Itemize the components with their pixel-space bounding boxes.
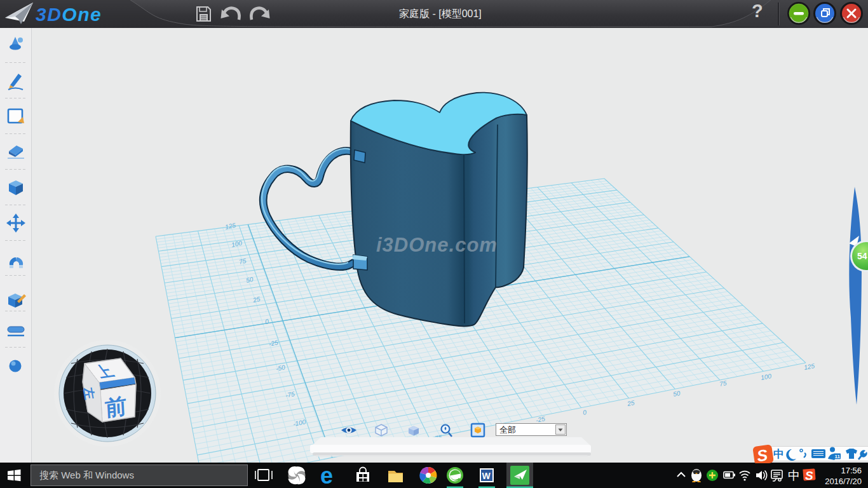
svg-text:-25: -25 [535, 415, 546, 424]
svg-text:左: 左 [81, 386, 97, 400]
svg-text:100: 100 [760, 372, 772, 381]
svg-text:125: 125 [803, 362, 815, 371]
svg-text:11: 11 [835, 454, 841, 459]
svg-text:中: 中 [773, 448, 784, 460]
svg-text:全部: 全部 [499, 425, 516, 435]
svg-text:e: e [320, 463, 333, 488]
svg-text:3DOne: 3DOne [36, 4, 102, 25]
svg-text:0: 0 [582, 409, 587, 416]
svg-text:前: 前 [104, 393, 127, 421]
svg-text:i3DOne.com: i3DOne.com [376, 234, 498, 256]
svg-text:25: 25 [626, 399, 635, 407]
svg-text:S: S [805, 469, 813, 482]
svg-text:50: 50 [672, 390, 681, 398]
svg-text:W: W [482, 471, 491, 481]
svg-text:75: 75 [719, 379, 727, 388]
svg-text:中: 中 [788, 469, 800, 482]
svg-text:54: 54 [857, 251, 867, 261]
